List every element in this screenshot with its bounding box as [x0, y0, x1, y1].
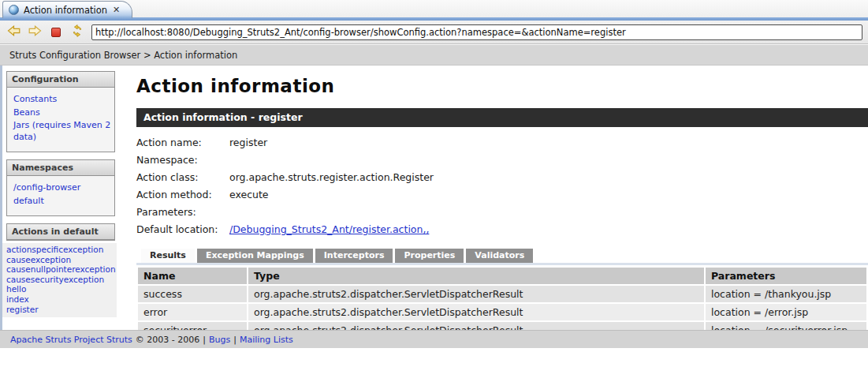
content-area: Configuration Constants Beans Jars (requ…: [0, 66, 868, 330]
tab-action-information[interactable]: Action information ✕: [2, 1, 132, 18]
sidebar-link-jars[interactable]: Jars (requires Maven 2 data): [13, 120, 111, 143]
field-namespace: Namespace:: [136, 152, 868, 169]
field-action-name: Action name:register: [136, 134, 868, 152]
sidebar: Configuration Constants Beans Jars (requ…: [2, 66, 119, 330]
result-name: success: [138, 286, 247, 302]
sidebar-link-hello[interactable]: hello: [6, 284, 115, 294]
url-input[interactable]: [91, 24, 862, 40]
result-type: org.apache.struts2.dispatcher.ServletDis…: [248, 304, 704, 320]
sidebar-section-namespaces: Namespaces /config-browser default: [6, 159, 115, 216]
mailing-lists-link[interactable]: Mailing Lists: [240, 335, 293, 345]
apache-struts-project-link[interactable]: Apache Struts Project Struts: [10, 335, 132, 345]
result-parameters: location = /error.jsp: [706, 304, 866, 320]
field-value: register: [229, 137, 267, 148]
results-table: Name Type Parameters success org.apache.…: [136, 266, 868, 330]
tab-validators[interactable]: Validators: [466, 249, 533, 263]
panel-header: Action information - register: [136, 108, 868, 127]
stop-button[interactable]: [49, 26, 63, 39]
field-label: Parameters:: [136, 204, 229, 221]
forward-button[interactable]: [28, 26, 42, 39]
copyright-text: © 2003 - 2006: [136, 335, 199, 345]
sidebar-link-actionspecificexception[interactable]: actionspecificexception: [6, 245, 115, 255]
default-location-link[interactable]: /Debugging_Struts2_Ant/register.action,,: [229, 223, 429, 235]
result-parameters: location = /thankyou.jsp: [706, 286, 866, 302]
breadcrumb-bar: Struts Configuration Browser > Action in…: [0, 44, 868, 66]
tab-interceptors[interactable]: Interceptors: [315, 249, 393, 263]
sidebar-link-causesecurityexception[interactable]: causesecurityexception: [6, 275, 115, 285]
field-label: Action name:: [136, 134, 229, 152]
tab-results[interactable]: Results: [141, 249, 195, 263]
table-row: securityerror org.apache.struts2.dispatc…: [138, 322, 866, 330]
browser-toolbar: [0, 21, 868, 44]
separator: |: [233, 335, 237, 345]
detail-tabs: Results Exception Mappings Interceptors …: [141, 249, 868, 263]
sidebar-link-config-browser[interactable]: /config-browser: [13, 182, 111, 194]
field-value: execute: [229, 189, 269, 200]
result-type: org.apache.struts2.dispatcher.ServletDis…: [248, 286, 704, 302]
sidebar-section-actions: Actions in default: [6, 223, 115, 241]
separator: |: [203, 335, 206, 345]
stop-icon: [51, 28, 61, 37]
table-row: error org.apache.struts2.dispatcher.Serv…: [138, 304, 866, 320]
result-type: org.apache.struts2.dispatcher.ServletDis…: [248, 322, 704, 330]
sidebar-section-title: Configuration: [7, 72, 114, 88]
sidebar-link-constants[interactable]: Constants: [13, 94, 111, 106]
editor-tab-bar: Action information ✕: [0, 0, 868, 21]
tab-strip: [136, 263, 868, 265]
sidebar-link-beans[interactable]: Beans: [13, 107, 111, 119]
sidebar-link-register[interactable]: register: [6, 305, 115, 315]
bugs-link[interactable]: Bugs: [209, 335, 230, 345]
sidebar-section-title: Namespaces: [7, 160, 114, 176]
column-header-type: Type: [248, 268, 704, 284]
field-label: Action class:: [136, 169, 229, 186]
field-value: org.apache.struts.register.action.Regist…: [229, 171, 434, 183]
result-parameters: location = /securityerror.jsp: [706, 322, 866, 330]
field-action-class: Action class:org.apache.struts.register.…: [136, 169, 868, 186]
column-header-name: Name: [138, 268, 247, 284]
field-action-method: Action method:execute: [136, 186, 868, 204]
field-parameters: Parameters:: [136, 204, 868, 221]
result-name: securityerror: [138, 322, 247, 330]
field-label: Action method:: [136, 186, 229, 204]
globe-icon: [9, 5, 19, 15]
sidebar-section-title: Actions in default: [7, 224, 114, 240]
close-icon[interactable]: ✕: [112, 5, 121, 15]
field-default-location: Default location:/Debugging_Struts2_Ant/…: [136, 221, 868, 238]
page-title: Action information: [136, 76, 868, 96]
tab-exception-mappings[interactable]: Exception Mappings: [197, 249, 313, 263]
refresh-button[interactable]: [70, 26, 84, 39]
back-icon: [7, 25, 20, 39]
result-name: error: [138, 304, 247, 320]
sidebar-link-causenullpointerexception[interactable]: causenullpointerexception: [6, 264, 115, 275]
table-header-row: Name Type Parameters: [138, 268, 866, 284]
forward-icon: [28, 25, 42, 39]
field-label: Default location:: [136, 221, 229, 238]
field-label: Namespace:: [136, 152, 229, 169]
action-fields: Action name:register Namespace: Action c…: [136, 134, 868, 238]
main-panel: Action information Action information - …: [119, 66, 868, 330]
sidebar-section-configuration: Configuration Constants Beans Jars (requ…: [6, 71, 115, 152]
sidebar-link-default[interactable]: default: [13, 196, 111, 208]
footer-bar: Apache Struts Project Struts © 2003 - 20…: [0, 330, 868, 348]
tab-title: Action information: [24, 5, 107, 16]
column-header-parameters: Parameters: [706, 268, 866, 284]
sidebar-link-causeexception[interactable]: causeexception: [6, 255, 115, 265]
sidebar-actions-list: actionspecificexception causeexception c…: [2, 243, 117, 317]
refresh-icon: [71, 24, 84, 39]
back-button[interactable]: [6, 26, 20, 39]
breadcrumb: Struts Configuration Browser > Action in…: [9, 50, 237, 61]
table-row: success org.apache.struts2.dispatcher.Se…: [138, 286, 866, 302]
tab-properties[interactable]: Properties: [395, 249, 464, 263]
sidebar-link-index[interactable]: index: [6, 294, 115, 305]
